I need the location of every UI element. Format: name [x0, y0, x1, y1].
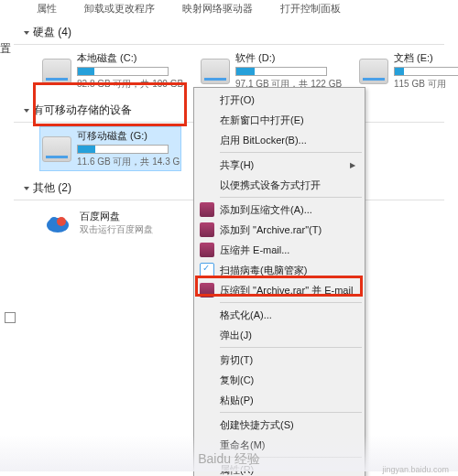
- menu-bitlocker[interactable]: 启用 BitLocker(B)...: [196, 130, 363, 150]
- removable-icon: [42, 136, 71, 162]
- watermark-url: jingyan.baidu.com: [382, 465, 449, 474]
- menu-open[interactable]: 打开(O): [196, 90, 363, 110]
- drive-c[interactable]: 本地磁盘 (C:) 82.8 GB 可用，共 100 GB: [39, 49, 181, 93]
- menu-portable-open[interactable]: 以便携式设备方式打开: [196, 175, 363, 195]
- partial-item-icon: [5, 311, 17, 324]
- rar-icon: [200, 222, 214, 237]
- menu-share[interactable]: 共享(H): [196, 155, 363, 175]
- rar-icon: [200, 243, 214, 257]
- baidu-cloud-icon: [43, 211, 72, 236]
- hdd-icon: [201, 59, 230, 84]
- drive-e[interactable]: 文档 (E:) 115 GB 可用: [356, 49, 458, 93]
- drive-status: 82.8 GB 可用，共 100 GB: [77, 78, 179, 91]
- capacity-bar: [77, 67, 169, 76]
- menu-open-new-window[interactable]: 在新窗口中打开(E): [196, 110, 363, 130]
- menu-label: 扫描病毒(电脑管家): [220, 264, 307, 277]
- drive-label: 文档 (E:): [394, 51, 458, 65]
- menu-label: 压缩到 "Archive.rar" 并 E-mail: [220, 284, 353, 298]
- drive-status: 11.6 GB 可用，共 14.3 G: [77, 156, 179, 168]
- tab-properties[interactable]: 属性: [37, 2, 57, 16]
- tab-bar: 属性 卸载或更改程序 映射网络驱动器 打开控制面板: [0, 0, 458, 16]
- tab-map-network[interactable]: 映射网络驱动器: [182, 2, 253, 16]
- divider: [14, 44, 444, 45]
- capacity-bar: [77, 145, 169, 154]
- watermark-brand: Baidu 经验: [198, 451, 260, 468]
- rar-icon: [200, 202, 214, 217]
- menu-separator: [220, 197, 362, 198]
- menu-label: 添加到 "Archive.rar"(T): [220, 223, 322, 237]
- drive-label: 软件 (D:): [235, 51, 337, 65]
- menu-scan-virus[interactable]: 扫描病毒(电脑管家): [196, 260, 363, 280]
- menu-compress-rar-email[interactable]: 压缩到 "Archive.rar" 并 E-mail: [196, 280, 363, 300]
- hdd-icon: [359, 59, 388, 84]
- capacity-bar: [394, 67, 458, 76]
- shield-icon: [200, 263, 214, 277]
- rar-icon: [200, 283, 214, 298]
- menu-label: 添加到压缩文件(A)...: [220, 203, 312, 217]
- settings-partial-label: 置: [0, 41, 11, 57]
- menu-separator: [220, 412, 362, 413]
- capacity-bar: [235, 67, 327, 76]
- tab-uninstall[interactable]: 卸载或更改程序: [84, 2, 155, 16]
- menu-label: 压缩并 E-mail...: [220, 243, 289, 257]
- other-item-sub: 双击运行百度网盘: [80, 223, 153, 236]
- svg-point-2: [57, 217, 66, 226]
- menu-copy[interactable]: 复制(C): [196, 370, 363, 390]
- menu-format[interactable]: 格式化(A)...: [196, 305, 363, 325]
- menu-add-to-rar[interactable]: 添加到 "Archive.rar"(T): [196, 220, 363, 240]
- menu-separator: [220, 347, 362, 348]
- menu-cut[interactable]: 剪切(T): [196, 350, 363, 370]
- section-hdd[interactable]: 硬盘 (4): [14, 21, 444, 42]
- menu-compress-email[interactable]: 压缩并 E-mail...: [196, 240, 363, 260]
- drive-status: 115 GB 可用: [394, 78, 458, 91]
- menu-separator: [220, 152, 362, 153]
- drive-label: 本地磁盘 (C:): [77, 51, 179, 65]
- context-menu: 打开(O) 在新窗口中打开(E) 启用 BitLocker(B)... 共享(H…: [193, 87, 365, 476]
- drive-g-removable[interactable]: 可移动磁盘 (G:) 11.6 GB 可用，共 14.3 G: [39, 126, 181, 171]
- drive-label: 可移动磁盘 (G:): [77, 129, 179, 143]
- menu-paste[interactable]: 粘贴(P): [196, 390, 363, 410]
- menu-create-shortcut[interactable]: 创建快捷方式(S): [196, 415, 363, 435]
- hdd-icon: [42, 59, 71, 84]
- menu-separator: [220, 302, 362, 303]
- menu-add-archive[interactable]: 添加到压缩文件(A)...: [196, 200, 363, 220]
- tab-control-panel[interactable]: 打开控制面板: [280, 2, 341, 16]
- other-item-label: 百度网盘: [80, 210, 153, 223]
- menu-eject[interactable]: 弹出(J): [196, 325, 363, 345]
